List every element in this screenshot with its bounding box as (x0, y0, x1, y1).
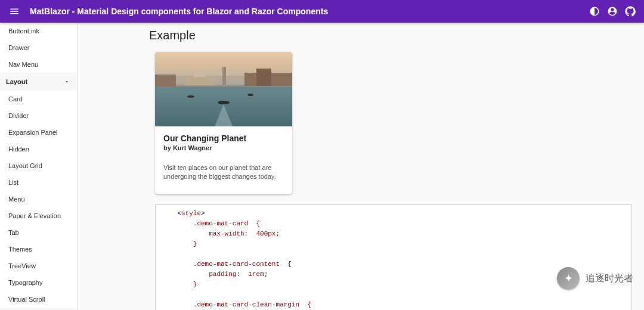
code-token: > (201, 210, 205, 217)
sidebar-item-label: ButtonLink (8, 27, 39, 35)
code-line: .demo-mat-card-clean-margin { (162, 301, 311, 308)
sidebar-item-label: Divider (8, 112, 29, 119)
sidebar-group-buttons[interactable]: Buttons & Indicators (0, 308, 77, 310)
code-line: .demo-mat-card { (162, 220, 260, 227)
sidebar-item-label: TreeView (8, 262, 36, 269)
contrast-icon (589, 6, 600, 17)
svg-point-10 (187, 95, 194, 98)
sidebar-item-label: Virtual Scroll (8, 296, 45, 303)
card-description: Visit ten places on our planet that are … (155, 154, 292, 194)
sidebar-item-label: Paper & Elevation (8, 212, 61, 219)
sidebar-item-label: Card (8, 95, 23, 103)
card-title: Our Changing Planet (163, 134, 284, 143)
sidebar-group-layout[interactable]: Layout (0, 73, 77, 91)
svg-rect-7 (256, 69, 271, 86)
sidebar-item-label: Hidden (8, 145, 29, 153)
sidebar-item-card[interactable]: Card (0, 91, 77, 107)
sidebar-item-label: Themes (8, 246, 32, 253)
sidebar-item-typography[interactable]: Typography (0, 274, 77, 291)
svg-rect-4 (185, 77, 215, 85)
code-token: style (181, 210, 201, 217)
code-line: .demo-mat-card-content { (162, 261, 292, 268)
theme-toggle-button[interactable] (586, 2, 603, 20)
watermark-avatar: ✦ (557, 267, 580, 290)
code-example[interactable]: <style> .demo-mat-card { max-width: 400p… (155, 204, 632, 310)
app-title: MatBlazor - Material Design components f… (30, 7, 328, 16)
sidebar-item-treeview[interactable]: TreeView (0, 258, 77, 274)
appbar: MatBlazor - Material Design components f… (0, 0, 644, 23)
account-button[interactable] (603, 2, 621, 20)
demo-card[interactable]: Our Changing Planet by Kurt Wagner Visit… (155, 52, 292, 194)
card-body: Our Changing Planet by Kurt Wagner (155, 126, 292, 154)
sidebar[interactable]: ButtonLink Drawer Nav Menu Layout Card D… (0, 23, 78, 310)
sidebar-item-label: Layout Grid (8, 162, 42, 169)
sidebar-item-label: Expansion Panel (8, 129, 58, 136)
sidebar-item-menu[interactable]: Menu (0, 191, 77, 207)
sidebar-item-expansionpanel[interactable]: Expansion Panel (0, 124, 77, 141)
card-byline: by Kurt Wagner (163, 144, 284, 151)
card-media-image (155, 52, 292, 126)
svg-point-11 (247, 94, 253, 96)
sidebar-item-buttonlink[interactable]: ButtonLink (0, 23, 77, 39)
chevron-up-icon (63, 78, 71, 86)
code-line: } (162, 240, 197, 247)
sidebar-item-label: Typography (8, 279, 42, 286)
menu-button[interactable] (5, 2, 24, 21)
example-heading: Example (78, 23, 644, 52)
card-container: Our Changing Planet by Kurt Wagner Visit… (78, 52, 644, 194)
sidebar-item-list[interactable]: List (0, 174, 77, 191)
sidebar-item-divider[interactable]: Divider (0, 107, 77, 124)
sidebar-group-label: Layout (6, 78, 27, 85)
svg-point-9 (218, 101, 230, 104)
account-icon (607, 6, 618, 17)
sidebar-item-layoutgrid[interactable]: Layout Grid (0, 157, 77, 174)
menu-icon (9, 6, 20, 17)
code-line: } (162, 281, 197, 288)
watermark: ✦ 追逐时光者 (557, 267, 633, 290)
sidebar-item-virtualscroll[interactable]: Virtual Scroll (0, 291, 77, 308)
sidebar-item-label: List (8, 179, 18, 186)
code-line: padding: 1rem; (162, 271, 268, 278)
watermark-text: 追逐时光者 (586, 272, 633, 285)
sidebar-item-themes[interactable]: Themes (0, 241, 77, 258)
code-line: max-width: 400px; (162, 230, 280, 237)
github-button[interactable] (621, 2, 639, 20)
sidebar-item-tab[interactable]: Tab (0, 224, 77, 241)
sidebar-item-navmenu[interactable]: Nav Menu (0, 56, 77, 73)
github-icon (625, 6, 636, 17)
svg-rect-8 (155, 75, 176, 86)
sidebar-item-label: Menu (8, 196, 25, 203)
sidebar-item-label: Nav Menu (8, 61, 38, 68)
sidebar-item-label: Drawer (8, 44, 29, 51)
sidebar-item-label: Tab (8, 229, 19, 236)
sidebar-item-drawer[interactable]: Drawer (0, 39, 77, 56)
sidebar-item-hidden[interactable]: Hidden (0, 141, 77, 157)
svg-rect-5 (222, 67, 226, 85)
sidebar-item-paperelevation[interactable]: Paper & Elevation (0, 207, 77, 224)
